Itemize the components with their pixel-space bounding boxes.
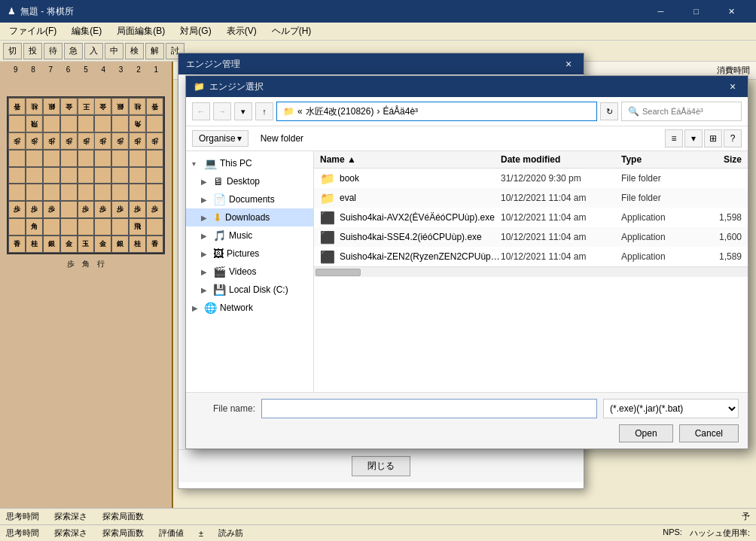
nav-refresh-button[interactable]: ↻	[600, 102, 618, 120]
board-cell[interactable]: 銀	[111, 98, 129, 115]
board-cell[interactable]	[129, 184, 146, 201]
toolbar-btn-2[interactable]: 待	[44, 43, 62, 59]
view-grid-button[interactable]: ⊞	[704, 129, 722, 147]
board-cell[interactable]: 歩	[8, 132, 26, 150]
board-cell[interactable]: 香	[146, 98, 163, 115]
organise-button[interactable]: Organise ▾	[192, 130, 248, 147]
board-cell[interactable]: 金	[60, 236, 78, 253]
sidebar-item-network[interactable]: ▶ 🌐 Network	[186, 299, 313, 317]
board-cell[interactable]: 桂	[26, 236, 43, 253]
board-cell[interactable]: 歩	[43, 201, 60, 218]
board-cell[interactable]: 歩	[78, 201, 95, 218]
board-cell[interactable]	[146, 167, 163, 184]
menu-board-edit[interactable]: 局面編集(B)	[111, 23, 171, 39]
board-cell[interactable]: 歩	[26, 132, 43, 150]
file-open-button[interactable]: Open	[619, 424, 672, 442]
file-row[interactable]: ⬛ Suisho4kai-SSE4.2(iéóCPUùp).exe 10/12/…	[314, 227, 748, 247]
board-cell[interactable]	[8, 184, 26, 201]
board-cell[interactable]	[111, 167, 129, 184]
search-bar[interactable]: 🔍	[621, 102, 742, 121]
close-button[interactable]: ✕	[715, 4, 748, 19]
file-row[interactable]: ⬛ Suisho4kai-AVX2(ÉVéÄéóCPUùp).exe 10/12…	[314, 208, 748, 227]
minimize-button[interactable]: ─	[644, 4, 678, 19]
col-header-size[interactable]: Size	[697, 154, 742, 165]
toolbar-btn-4[interactable]: 入	[84, 43, 103, 59]
board-cell[interactable]	[8, 167, 26, 184]
toolbar-btn-0[interactable]: 切	[3, 43, 22, 59]
board-cell[interactable]: 玉	[78, 236, 95, 253]
file-cancel-button[interactable]: Cancel	[679, 424, 739, 442]
sidebar-item-this-pc[interactable]: ▾ 💻 This PC	[186, 154, 313, 172]
board-cell[interactable]: 桂	[129, 236, 146, 253]
board-cell[interactable]: 桂	[129, 98, 146, 115]
board-cell[interactable]: 銀	[43, 98, 60, 115]
col-header-type[interactable]: Type	[621, 154, 697, 165]
board-cell[interactable]	[78, 115, 95, 132]
board-cell[interactable]	[111, 150, 129, 167]
search-input[interactable]	[642, 107, 718, 116]
board-cell[interactable]: 歩	[111, 201, 129, 218]
board-cell[interactable]	[111, 115, 129, 132]
toolbar-btn-1[interactable]: 投	[23, 43, 42, 59]
board-cell[interactable]: 歩	[26, 201, 43, 218]
board-cell[interactable]: 歩	[129, 201, 146, 218]
board-cell[interactable]	[26, 150, 43, 167]
sidebar-item-local-disk[interactable]: ▶ 💾 Local Disk (C:)	[186, 281, 313, 299]
engine-manager-close-button[interactable]: ×	[561, 56, 576, 71]
horizontal-scrollbar[interactable]	[314, 266, 748, 277]
nav-forward-button[interactable]: →	[213, 102, 231, 120]
board-cell[interactable]	[60, 115, 78, 132]
toolbar-btn-7[interactable]: 解	[145, 43, 164, 59]
board-cell[interactable]	[8, 150, 26, 167]
board-cell[interactable]: 歩	[94, 201, 111, 218]
file-row[interactable]: 📁 eval 10/12/2021 11:04 am File folder	[314, 188, 748, 208]
board-cell[interactable]	[78, 167, 95, 184]
file-row[interactable]: 📁 book 31/12/2020 9:30 pm File folder	[314, 169, 748, 188]
board-cell[interactable]: 金	[60, 98, 78, 115]
board-cell[interactable]	[43, 150, 60, 167]
board-cell[interactable]	[60, 184, 78, 201]
board-cell[interactable]	[60, 167, 78, 184]
board-cell[interactable]	[94, 167, 111, 184]
board-cell[interactable]	[8, 218, 26, 236]
board-cell[interactable]: 歩	[129, 132, 146, 150]
board-cell[interactable]	[146, 115, 163, 132]
maximize-button[interactable]: □	[679, 4, 713, 19]
board-cell[interactable]	[43, 184, 60, 201]
menu-view[interactable]: 表示(V)	[221, 23, 263, 39]
board-cell[interactable]: 香	[8, 98, 26, 115]
board-cell[interactable]: 角	[26, 218, 43, 236]
toolbar-btn-3[interactable]: 急	[64, 43, 83, 59]
board-cell[interactable]	[94, 184, 111, 201]
nav-back-button[interactable]: ←	[192, 102, 210, 120]
filetype-select[interactable]: (*.exe)(*.jar)(*.bat)	[603, 399, 739, 418]
board-cell[interactable]: 歩	[8, 201, 26, 218]
scrollbar-thumb[interactable]	[316, 269, 361, 276]
board-cell[interactable]	[43, 167, 60, 184]
board-cell[interactable]	[60, 201, 78, 218]
close-dialog-button[interactable]: 閉じる	[352, 456, 410, 476]
sidebar-item-music[interactable]: ▶ 🎵 Music	[186, 226, 313, 245]
view-help-button[interactable]: ?	[724, 129, 742, 147]
file-picker-close-button[interactable]: ×	[725, 79, 740, 94]
board-cell[interactable]	[8, 115, 26, 132]
board-cell[interactable]	[94, 150, 111, 167]
board-cell[interactable]	[43, 115, 60, 132]
sidebar-item-pictures[interactable]: ▶ 🖼 Pictures	[186, 245, 313, 263]
nav-dropdown-button[interactable]: ▾	[234, 102, 252, 120]
board-cell[interactable]	[78, 150, 95, 167]
address-bar[interactable]: 📁 « 水匠4改(210826) › ÉáÅä4è³	[276, 102, 597, 121]
shogi-board[interactable]: 香 桂 銀 金 王 金 銀 桂 香 飛 角 歩	[7, 96, 165, 254]
nav-up-button[interactable]: ↑	[255, 102, 273, 120]
file-row[interactable]: ⬛ Suisho4kai-ZEN2(RyzenZEN2CPUùp).exe 10…	[314, 247, 748, 266]
menu-game[interactable]: 対局(G)	[174, 23, 217, 39]
col-header-date[interactable]: Date modified	[501, 154, 621, 165]
view-list-button[interactable]: ≡	[665, 129, 683, 147]
toolbar-btn-6[interactable]: 検	[125, 43, 144, 59]
board-cell[interactable]	[78, 184, 95, 201]
sidebar-item-downloads[interactable]: ▶ ⬇ Downloads	[186, 208, 313, 226]
board-cell[interactable]	[129, 167, 146, 184]
board-cell[interactable]: 飛	[129, 218, 146, 236]
toolbar-btn-5[interactable]: 中	[105, 43, 123, 59]
board-cell[interactable]	[26, 167, 43, 184]
